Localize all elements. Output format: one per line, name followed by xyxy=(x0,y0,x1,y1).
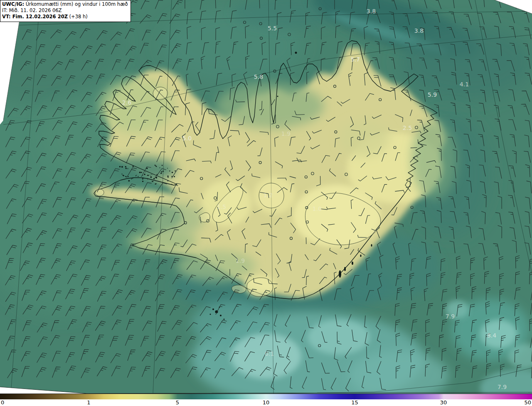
svg-text:1.0: 1.0 xyxy=(313,205,322,212)
svg-text:7.9: 7.9 xyxy=(498,384,507,390)
svg-text:5.9: 5.9 xyxy=(428,91,437,98)
svg-text:4.1: 4.1 xyxy=(460,81,469,88)
svg-text:5.5: 5.5 xyxy=(268,25,277,32)
colorbar-tick: 30 xyxy=(440,399,447,406)
title-line-valid: VT: Fim. 12.02.2026 20Z (+38 h) xyxy=(2,14,128,20)
svg-text:5.0: 5.0 xyxy=(182,135,192,142)
weather-map-screenshot: 3.85.53.85.75.84.15.92.62.51.95.01.21.51… xyxy=(0,0,532,406)
svg-text:8.4: 8.4 xyxy=(487,332,496,339)
title-line-init: IT: Mið. 11. 02. 2026 06Z xyxy=(2,7,128,14)
map-canvas: 3.85.53.85.75.84.15.92.62.51.95.01.21.51… xyxy=(0,0,532,394)
svg-text:1.2: 1.2 xyxy=(264,192,273,198)
colorbar-gradient xyxy=(0,394,532,400)
svg-text:2.5: 2.5 xyxy=(403,125,412,131)
svg-text:1.9: 1.9 xyxy=(281,130,291,137)
colorbar-tick: 15 xyxy=(351,399,358,406)
colorbar-tick-labels: 01510153050 xyxy=(0,399,532,406)
title-line-product: UWC/IG: Úrkomumætti (mm) og vindur i 100… xyxy=(2,1,128,7)
colorbar-tick: 5 xyxy=(176,399,179,406)
svg-text:5.8: 5.8 xyxy=(254,73,263,80)
colorbar-tick: 50 xyxy=(524,399,531,406)
colorbar-tick: 10 xyxy=(263,399,270,406)
svg-text:5.7: 5.7 xyxy=(351,56,360,63)
colorbar-tick: 0 xyxy=(1,399,4,406)
svg-text:1.5: 1.5 xyxy=(217,203,226,210)
title-box: UWC/IG: Úrkomumætti (mm) og vindur i 100… xyxy=(0,0,131,22)
svg-text:3.8: 3.8 xyxy=(367,8,376,15)
svg-text:2.6: 2.6 xyxy=(122,99,131,106)
svg-text:3.8: 3.8 xyxy=(414,27,424,34)
svg-text:0.1: 0.1 xyxy=(265,350,274,357)
colorbar: 01510153050 xyxy=(0,394,532,406)
model-name: UWC/IG: xyxy=(2,1,24,7)
svg-text:7.9: 7.9 xyxy=(446,313,455,320)
colorbar-tick: 1 xyxy=(87,399,90,406)
svg-text:1.9: 1.9 xyxy=(236,257,245,264)
